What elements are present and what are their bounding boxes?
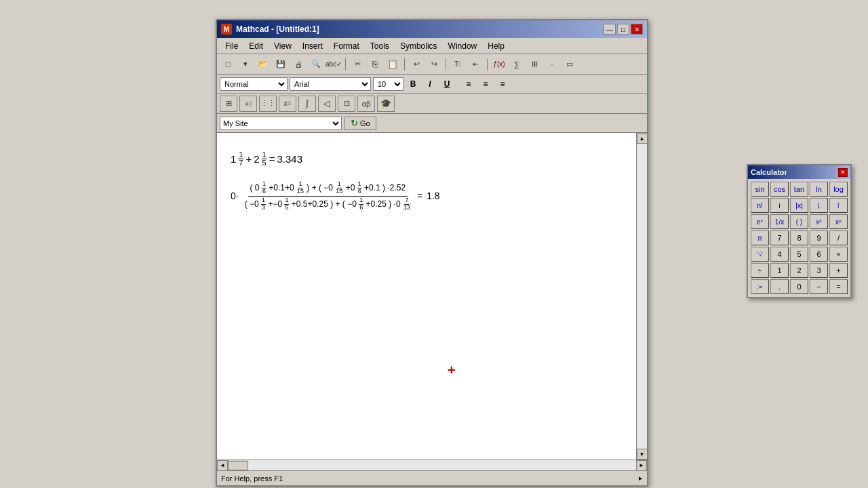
matrix-btn[interactable]: ⊞ xyxy=(526,57,542,72)
menu-symbolics[interactable]: Symbolics xyxy=(395,40,443,52)
open-button[interactable]: 📂 xyxy=(255,57,271,72)
horizontal-scrollbar[interactable]: ◄ ► xyxy=(217,460,647,470)
minimize-button[interactable]: — xyxy=(604,24,616,35)
site-select[interactable]: My Site xyxy=(220,117,342,130)
menu-window[interactable]: Window xyxy=(443,40,483,52)
spellcheck-button[interactable]: abc✓ xyxy=(326,57,342,72)
scroll-down-arrow[interactable]: ▼ xyxy=(637,449,648,460)
border-btn[interactable]: ▭ xyxy=(561,57,578,72)
cursor-cross[interactable]: + xyxy=(448,363,456,378)
prog-btn[interactable]: ⊡ xyxy=(338,96,355,112)
calc-dot[interactable]: . xyxy=(770,279,789,294)
function-btn[interactable]: ƒ(x) xyxy=(491,57,507,72)
underline-button[interactable]: U xyxy=(439,77,454,91)
calc-pi[interactable]: π xyxy=(751,230,769,245)
calc-7[interactable]: 7 xyxy=(770,230,789,245)
calc-plus[interactable]: + xyxy=(829,263,848,278)
calc-2[interactable]: 2 xyxy=(790,263,808,278)
menu-format[interactable]: Format xyxy=(328,40,365,52)
scroll-thumb-h[interactable] xyxy=(228,461,248,470)
menu-view[interactable]: View xyxy=(269,40,297,52)
cut-button[interactable]: ✂ xyxy=(349,57,366,72)
content-area[interactable]: 1 1 7 + 2 1 5 = 3.343 0· xyxy=(217,133,647,460)
symbolic-btn[interactable]: 🎓 xyxy=(377,96,395,112)
matrix-palette-btn[interactable]: ⋮⋮ xyxy=(259,96,277,112)
insert-eq-button[interactable]: ⇤ xyxy=(467,57,484,72)
calc-square[interactable]: x² xyxy=(810,214,828,229)
scroll-right-arrow[interactable]: ► xyxy=(636,460,647,471)
menu-insert[interactable]: Insert xyxy=(297,40,328,52)
undo-button[interactable]: ↩ xyxy=(408,57,425,72)
calc-ceil[interactable]: ⌈ xyxy=(829,198,848,213)
calc-root[interactable]: ⁱ√ xyxy=(751,247,769,262)
calc-body: sin cos tan ln log n! i |x| ⌊ ⌈ eˣ 1/x (… xyxy=(748,179,850,297)
paste-button[interactable]: 📋 xyxy=(384,57,401,72)
size-select[interactable]: 10 xyxy=(373,77,403,91)
units-btn[interactable]: ∑ xyxy=(509,57,525,72)
calc-exp[interactable]: eˣ xyxy=(751,214,769,229)
calc-0[interactable]: 0 xyxy=(790,279,808,294)
redo-button[interactable]: ↪ xyxy=(426,57,442,72)
calc-assign[interactable]: := xyxy=(751,279,769,294)
maximize-button[interactable]: □ xyxy=(617,24,629,35)
calc-6[interactable]: 6 xyxy=(810,247,828,262)
align-right-button[interactable]: ≡ xyxy=(495,77,510,91)
calc-sin[interactable]: sin xyxy=(751,182,769,197)
calc-mod[interactable]: ÷ xyxy=(751,263,769,278)
calc-tan[interactable]: tan xyxy=(790,182,808,197)
close-button[interactable]: ✕ xyxy=(631,24,643,35)
copy-button[interactable]: ⎘ xyxy=(367,57,383,72)
italic-button[interactable]: I xyxy=(422,77,437,91)
calc-paren[interactable]: ( ) xyxy=(790,214,808,229)
calc-cos[interactable]: cos xyxy=(770,182,789,197)
bool-btn[interactable]: ◁ xyxy=(318,96,336,112)
vertical-scrollbar[interactable]: ▲ ▼ xyxy=(636,133,647,460)
calc-1[interactable]: 1 xyxy=(770,263,789,278)
go-button[interactable]: ↻ Go xyxy=(344,117,376,130)
eq2-f5: 13 xyxy=(261,197,266,211)
menu-edit[interactable]: Edit xyxy=(243,40,269,52)
calc-power[interactable]: xʸ xyxy=(829,214,848,229)
scroll-left-arrow[interactable]: ◄ xyxy=(217,460,228,471)
calc-imaginary[interactable]: i xyxy=(770,198,789,213)
calc-9[interactable]: 9 xyxy=(810,230,828,245)
calc-ln[interactable]: ln xyxy=(810,182,828,197)
calc-8[interactable]: 8 xyxy=(790,230,808,245)
calc-abs[interactable]: |x| xyxy=(790,198,808,213)
save-button[interactable]: 💾 xyxy=(273,57,289,72)
style-select[interactable]: Normal xyxy=(220,77,288,91)
calc-recip[interactable]: 1/x xyxy=(770,214,789,229)
calc-palette-btn[interactable]: ⊞ xyxy=(220,96,237,112)
bold-button[interactable]: B xyxy=(406,77,420,91)
calc-floor[interactable]: ⌊ xyxy=(810,198,828,213)
graph-btn[interactable]: +⃣ xyxy=(239,96,257,112)
print-button[interactable]: 🖨 xyxy=(290,57,307,72)
insert-text-button[interactable]: T⃣ xyxy=(450,57,466,72)
calc-5[interactable]: 5 xyxy=(790,247,808,262)
calc-log[interactable]: log xyxy=(829,182,848,197)
dot-btn[interactable]: · xyxy=(544,57,560,72)
align-center-button[interactable]: ≡ xyxy=(478,77,493,91)
scroll-track-v[interactable] xyxy=(637,144,647,449)
calculus-btn[interactable]: ∫ xyxy=(298,96,316,112)
calc-factorial[interactable]: n! xyxy=(751,198,769,213)
preview-button[interactable]: 🔍 xyxy=(308,57,324,72)
menu-file[interactable]: File xyxy=(220,40,243,52)
eval-btn[interactable]: x= xyxy=(279,96,296,112)
menu-help[interactable]: Help xyxy=(482,40,510,52)
calc-minus[interactable]: − xyxy=(810,279,828,294)
scroll-up-arrow[interactable]: ▲ xyxy=(637,133,648,144)
calc-mul[interactable]: × xyxy=(829,247,848,262)
new-button[interactable]: □ xyxy=(220,57,236,72)
calc-close-button[interactable]: ✕ xyxy=(838,168,848,177)
calc-div[interactable]: / xyxy=(829,230,848,245)
align-left-button[interactable]: ≡ xyxy=(461,77,476,91)
calc-equals[interactable]: = xyxy=(829,279,848,294)
calc-4[interactable]: 4 xyxy=(770,247,789,262)
menu-tools[interactable]: Tools xyxy=(365,40,395,52)
new-dropdown[interactable]: ▾ xyxy=(237,57,254,72)
greek-btn[interactable]: αβ xyxy=(357,96,375,112)
calc-3[interactable]: 3 xyxy=(810,263,828,278)
scroll-track-h[interactable] xyxy=(248,460,636,470)
font-select[interactable]: Arial xyxy=(290,77,371,91)
